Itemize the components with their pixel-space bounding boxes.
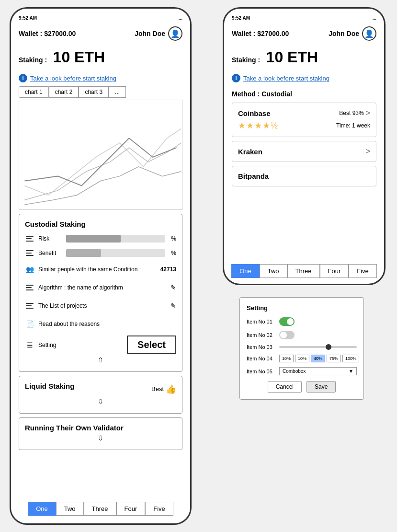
popup-label-05: Item No 05 bbox=[247, 369, 275, 374]
bitpanda-name: Bitpanda bbox=[238, 172, 269, 180]
risk-icon bbox=[25, 234, 34, 243]
radio-btn-10-2[interactable]: 10% bbox=[295, 355, 309, 362]
benefit-percent: % bbox=[171, 250, 176, 256]
similar-label: Similar people with the same Condition : bbox=[38, 266, 157, 273]
cancel-button[interactable]: Cancel bbox=[268, 381, 302, 393]
info-link[interactable]: i Take a look before start staking bbox=[11, 70, 190, 86]
right-info-link[interactable]: i Take a look before start staking bbox=[224, 70, 384, 86]
status-bar-left: 9:52 AM ... bbox=[11, 13, 190, 23]
wallet-info: Wallet : $27000.00 bbox=[19, 30, 76, 37]
benefit-label: Benefit bbox=[38, 250, 62, 256]
info-icon: i bbox=[19, 74, 27, 82]
right-staking-label: Staking : bbox=[232, 56, 260, 64]
validator-title: Running Their Own Validator bbox=[25, 424, 124, 432]
thumbs-up-icon: 👍 bbox=[166, 384, 176, 394]
nav-tab-five[interactable]: Five bbox=[145, 502, 173, 516]
nav-tab-three[interactable]: Three bbox=[84, 502, 116, 516]
kraken-card[interactable]: Kraken > bbox=[232, 141, 376, 162]
popup-label-03: Item No 03 bbox=[247, 344, 275, 350]
liquid-collapse-arrow[interactable]: ⇩ bbox=[25, 396, 176, 407]
right-status-bar: 9:52 AM ... bbox=[224, 13, 384, 23]
right-user-section: John Doe 👤 bbox=[329, 26, 376, 41]
toggle-knob-01 bbox=[287, 318, 294, 325]
status-icons: ... bbox=[179, 15, 182, 21]
reasons-icon: 📄 bbox=[25, 319, 34, 329]
method-section: Method : Custodial Coinbase Best 93% > ★… bbox=[224, 86, 384, 194]
benefit-row: Benefit % bbox=[25, 248, 176, 258]
right-nav-tab-three[interactable]: Three bbox=[287, 264, 320, 278]
settings-icon: ☰ bbox=[25, 340, 34, 350]
toggle-01[interactable] bbox=[279, 317, 295, 326]
popup-label-01: Item No 01 bbox=[247, 319, 275, 324]
validator-collapse-arrow[interactable]: ⇩ bbox=[25, 432, 176, 444]
projects-edit-icon[interactable]: ✎ bbox=[170, 302, 176, 310]
right-app-header: Wallet : $27000.00 John Doe 👤 bbox=[224, 23, 384, 45]
algorithm-row: Algorithm : the name of algorithm ✎ bbox=[25, 281, 176, 294]
right-avatar: 👤 bbox=[362, 26, 376, 41]
benefit-fill bbox=[66, 249, 101, 257]
right-status-time: 9:52 AM bbox=[232, 15, 250, 21]
right-wallet-info: Wallet : $27000.00 bbox=[232, 30, 289, 37]
coinbase-details: ★★★★½ Time: 1 week bbox=[238, 120, 370, 131]
radio-btn-40[interactable]: 40% bbox=[311, 355, 325, 362]
right-nav-tab-two[interactable]: Two bbox=[260, 264, 287, 278]
popup-label-04: Item No 04 bbox=[247, 356, 275, 361]
chart-tab-2[interactable]: chart 2 bbox=[49, 86, 79, 98]
validator-card: Running Their Own Validator ⇩ bbox=[19, 417, 182, 450]
combobox-value: Combobox bbox=[283, 369, 306, 374]
radio-row-04: 10% 10% 40% 75% 100% bbox=[279, 355, 359, 362]
radio-btn-100[interactable]: 100% bbox=[342, 355, 359, 362]
right-nav-tab-one[interactable]: One bbox=[231, 264, 260, 278]
chart-tab-3[interactable]: chart 3 bbox=[79, 86, 109, 98]
right-bottom-nav: One Two Three Four Five bbox=[224, 264, 384, 278]
kraken-chevron-icon: > bbox=[366, 147, 370, 156]
right-info-link-text: Take a look before start staking bbox=[243, 75, 329, 82]
save-button[interactable]: Save bbox=[306, 381, 336, 393]
info-link-text: Take a look before start staking bbox=[30, 75, 116, 82]
liquid-staking-card: Liquid Staking Best 👍 ⇩ bbox=[19, 376, 182, 414]
best-badge: Best 👍 bbox=[151, 384, 176, 394]
combobox-05[interactable]: Combobox ▼ bbox=[279, 367, 357, 375]
coinbase-stars: ★★★★½ bbox=[238, 120, 278, 131]
popup-title: Setting bbox=[247, 304, 357, 312]
nav-tab-four[interactable]: Four bbox=[116, 502, 146, 516]
radio-btn-75[interactable]: 75% bbox=[327, 355, 341, 362]
chart-tab-more[interactable]: ... bbox=[109, 86, 126, 98]
nav-tab-one[interactable]: One bbox=[28, 502, 56, 516]
right-user-name: John Doe bbox=[329, 30, 359, 37]
right-staking-section: Staking : 10 ETH bbox=[224, 45, 384, 70]
custodial-staking-card: Custodial Staking Risk % Benefit bbox=[19, 214, 182, 372]
reasons-row: 📄 Read about the reasons bbox=[25, 317, 176, 331]
kraken-name: Kraken bbox=[238, 148, 262, 156]
chart-tab-1[interactable]: chart 1 bbox=[19, 86, 49, 98]
slider-03[interactable] bbox=[279, 346, 357, 348]
popup-label-02: Item No 02 bbox=[247, 332, 275, 338]
slider-thumb-03 bbox=[326, 344, 331, 350]
bottom-nav-left: One Two Three Four Five bbox=[11, 502, 190, 516]
liquid-title: Liquid Staking bbox=[25, 382, 74, 390]
algorithm-icon bbox=[25, 283, 34, 292]
left-phone: 9:52 AM ... Wallet : $27000.00 John Doe … bbox=[10, 7, 192, 525]
right-staking-amount: 10 ETH bbox=[266, 48, 318, 66]
select-button[interactable]: Select bbox=[127, 335, 176, 354]
right-nav-tab-five[interactable]: Five bbox=[349, 264, 377, 278]
bitpanda-card[interactable]: Bitpanda bbox=[232, 166, 376, 186]
setting-label: Setting bbox=[38, 342, 123, 348]
toggle-02[interactable] bbox=[279, 331, 295, 339]
combobox-arrow-icon: ▼ bbox=[349, 369, 353, 374]
custodial-collapse-arrow[interactable]: ⇧ bbox=[25, 354, 176, 366]
coinbase-card[interactable]: Coinbase Best 93% > ★★★★½ Time: 1 week bbox=[232, 103, 376, 137]
nav-tab-two[interactable]: Two bbox=[56, 502, 84, 516]
right-nav-tab-four[interactable]: Four bbox=[320, 264, 349, 278]
radio-btn-10-1[interactable]: 10% bbox=[279, 355, 294, 362]
coinbase-badge: Best 93% bbox=[339, 110, 363, 116]
coinbase-chevron-icon: > bbox=[366, 109, 370, 117]
kraken-header: Kraken > bbox=[238, 147, 370, 156]
right-status-icons: ... bbox=[373, 15, 376, 21]
algorithm-label: Algorithm : the name of algorithm bbox=[38, 284, 167, 291]
risk-label: Risk bbox=[38, 235, 62, 242]
app-header: Wallet : $27000.00 John Doe 👤 bbox=[11, 23, 190, 45]
benefit-progress bbox=[66, 249, 165, 257]
setting-popup: Setting Item No 01 Item No 02 Item No 03… bbox=[239, 297, 364, 400]
algorithm-edit-icon[interactable]: ✎ bbox=[170, 284, 176, 291]
